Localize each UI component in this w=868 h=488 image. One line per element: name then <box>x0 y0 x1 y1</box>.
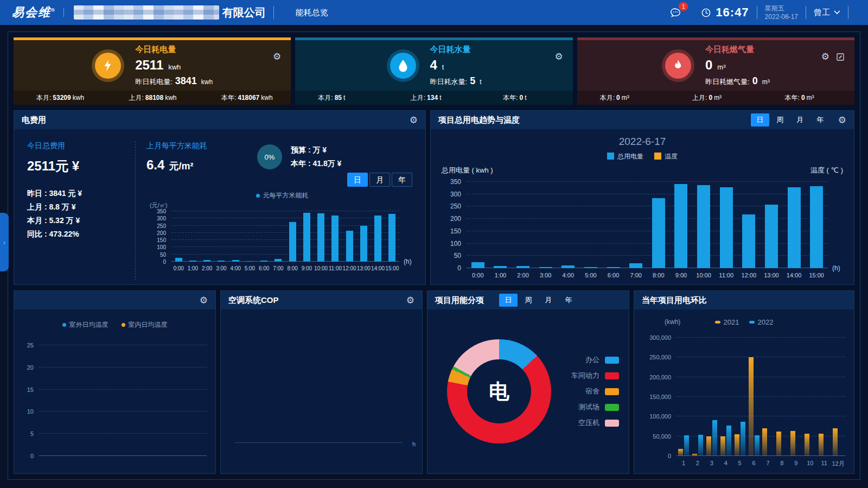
legend-swatch <box>605 420 619 427</box>
bar-slot <box>534 182 557 268</box>
legend-label: 测试场 <box>578 402 599 412</box>
kpi-stats-row: 本月:0m³ 上月:0m³ 本年:0m³ <box>577 91 854 105</box>
divider <box>757 6 757 19</box>
edit-icon[interactable] <box>836 53 845 61</box>
y-tick-label: 100 <box>450 240 461 248</box>
x-tick-label: 14:00 <box>783 272 806 278</box>
bar-slot <box>467 182 489 268</box>
nav-tab-energy-overview[interactable]: 能耗总览 <box>296 8 328 18</box>
budget-gauge: 0% <box>257 144 282 169</box>
donut-legend: 办公车间动力宿舍测试场空压机 <box>571 355 619 428</box>
x-tick-label: 1:00 <box>489 272 512 278</box>
tab-日[interactable]: 日 <box>751 113 769 126</box>
tab-月[interactable]: 月 <box>791 113 809 126</box>
bar <box>388 214 395 262</box>
tab-年[interactable]: 年 <box>392 173 412 187</box>
bar <box>516 266 529 268</box>
gear-icon[interactable]: ⚙ <box>838 116 846 125</box>
x-tick-label: 9 <box>789 460 803 468</box>
x-tick-label: 4:00 <box>557 272 580 278</box>
cost-detail-row: 同比 : 473.22% <box>27 227 135 241</box>
panel-title: 当年项目用电环比 <box>642 295 707 306</box>
donut-center-label: 电 <box>467 359 531 423</box>
bar-2021 <box>720 436 725 456</box>
tab-月[interactable]: 月 <box>369 173 390 187</box>
gear-icon[interactable]: ⚙ <box>406 296 414 305</box>
bar-group <box>691 338 705 456</box>
bar-slot <box>602 182 625 268</box>
bar <box>629 263 642 268</box>
x-tick-label: 11 <box>817 460 831 468</box>
bar-series <box>467 182 828 268</box>
gear-icon[interactable]: ⚙ <box>410 116 418 125</box>
bar <box>360 226 367 262</box>
today-cost-value: 2511元 ¥ <box>27 157 135 175</box>
bar-slot <box>299 211 314 262</box>
tab-日[interactable]: 日 <box>347 173 368 187</box>
x-tick-label: 9:00 <box>299 265 314 271</box>
cost-detail-row: 本月 : 5.32 万 ¥ <box>27 214 135 227</box>
tab-月[interactable]: 月 <box>539 294 558 307</box>
x-tick-label: 11:00 <box>328 265 342 271</box>
tab-日[interactable]: 日 <box>499 294 518 307</box>
app-logo: 易会维® <box>12 4 56 21</box>
bar <box>317 213 324 262</box>
x-tick-label: 0:00 <box>467 272 489 278</box>
bar-slot <box>242 211 257 262</box>
x-axis-labels: 123456789101112月 <box>676 460 845 468</box>
bar <box>203 260 210 262</box>
bar-slot <box>214 211 228 262</box>
tab-周[interactable]: 周 <box>771 113 789 126</box>
tab-年[interactable]: 年 <box>811 113 829 126</box>
x-axis-labels: 0:001:002:003:004:005:006:007:008:009:00… <box>467 272 828 278</box>
bar <box>584 267 597 268</box>
messages-button[interactable]: 1 <box>669 7 681 18</box>
yoy-bar-chart: 050,000100,000150,000200,000250,000300,0… <box>676 338 845 456</box>
gear-icon[interactable]: ⚙ <box>273 52 281 61</box>
x-tick-label: 3:00 <box>214 265 228 271</box>
x-tick-label: 6 <box>747 460 761 468</box>
legend-label: 宿舍 <box>585 386 599 396</box>
company-suffix: 有限公司 <box>222 5 266 20</box>
gridline <box>39 455 207 456</box>
y-tick-label: 150,000 <box>649 394 671 400</box>
bar-slot <box>670 182 693 268</box>
bar <box>175 258 182 262</box>
tab-周[interactable]: 周 <box>519 294 538 307</box>
bar-2021 <box>762 428 767 456</box>
bar <box>232 260 239 262</box>
bar-2022 <box>741 422 745 456</box>
x-tick-label: 11:00 <box>715 272 738 278</box>
x-tick-label: 1:00 <box>186 265 200 271</box>
y-tick-label: 250 <box>157 223 166 229</box>
gear-icon[interactable]: ⚙ <box>200 296 208 305</box>
gear-icon[interactable]: ⚙ <box>821 52 829 61</box>
x-tick-label: 3 <box>705 460 719 468</box>
bar-2022 <box>755 435 760 456</box>
x-tick-label: 10:00 <box>314 265 328 271</box>
gear-icon[interactable]: ⚙ <box>554 52 563 61</box>
x-tick-label: 4 <box>719 460 733 468</box>
bar-slot <box>738 182 761 268</box>
budget-block: 0% 预算 : 万 ¥ 本年 : 41.8万 ¥ <box>257 141 341 170</box>
bar-slot <box>257 211 271 262</box>
panel-title: 空调系统COP <box>228 295 279 306</box>
x-tick-label: 5 <box>733 460 747 468</box>
divider <box>63 8 64 17</box>
legend-swatch <box>605 404 619 411</box>
today-cost-label: 今日总费用 <box>27 141 135 151</box>
tab-年[interactable]: 年 <box>559 294 578 307</box>
y-tick-label: 5 <box>30 430 34 437</box>
bar-2022 <box>684 435 689 456</box>
y-tick-label: 50 <box>454 252 461 259</box>
panel-title: 项目用能分项 <box>435 295 484 306</box>
y-tick-label: 0 <box>30 453 34 459</box>
bar-2022 <box>698 435 703 456</box>
bar <box>674 184 687 268</box>
bar-2021 <box>819 434 824 456</box>
x-axis-line <box>235 442 403 443</box>
user-menu[interactable]: 曾工 <box>814 8 840 18</box>
sidebar-expand-handle[interactable]: › <box>0 213 9 271</box>
bar-2021 <box>706 436 711 456</box>
bar-group <box>775 338 789 456</box>
